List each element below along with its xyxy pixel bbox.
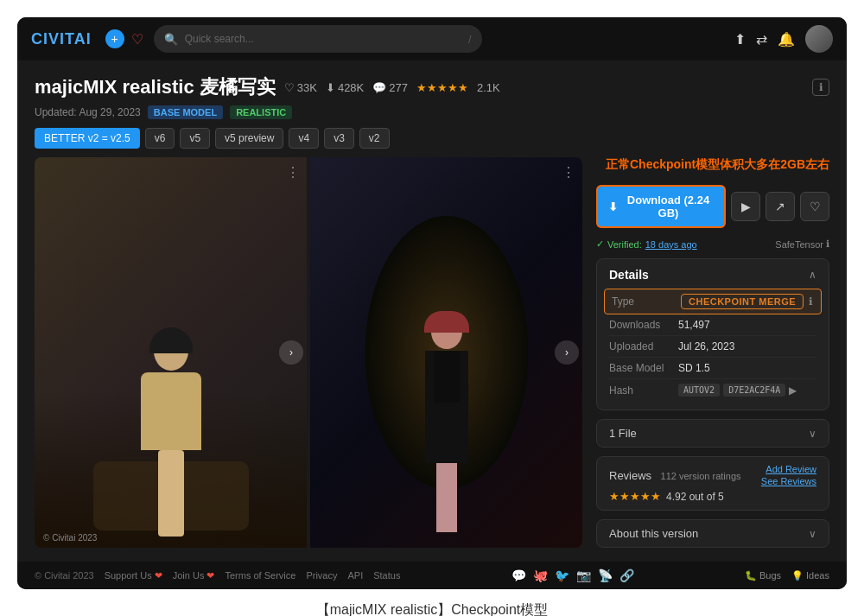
status-link[interactable]: Status bbox=[373, 570, 400, 581]
version-tab-v2[interactable]: v2 bbox=[359, 128, 390, 149]
download-stat-icon: ⬇ bbox=[326, 81, 335, 94]
details-title: Details bbox=[609, 268, 649, 282]
details-section: Details ∧ Type CHECKPOINT MERGE ℹ Downlo… bbox=[596, 258, 829, 410]
downloads-detail-row: Downloads 51,497 bbox=[609, 314, 816, 336]
twitter-icon[interactable]: 🐦 bbox=[555, 568, 569, 582]
discord-icon[interactable]: 💬 bbox=[511, 568, 526, 582]
base-model-badge: BASE MODEL bbox=[148, 105, 223, 119]
base-model-value: SD 1.5 bbox=[678, 362, 710, 374]
likes-stat: ♡ 33K bbox=[284, 81, 317, 94]
verified-link[interactable]: 18 days ago bbox=[645, 239, 697, 250]
heart-icon: ♡ bbox=[810, 200, 821, 213]
comment-stat-icon: 💬 bbox=[372, 81, 386, 94]
share-icon[interactable]: ⇄ bbox=[756, 31, 767, 48]
base-model-label: Base Model bbox=[609, 362, 678, 374]
uploaded-detail-row: Uploaded Jul 26, 2023 bbox=[609, 336, 816, 358]
privacy-link[interactable]: Privacy bbox=[306, 570, 337, 581]
terms-link[interactable]: Terms of Service bbox=[225, 570, 295, 581]
version-tab-v5preview[interactable]: v5 preview bbox=[215, 128, 283, 149]
link-icon[interactable]: 🔗 bbox=[619, 568, 634, 582]
sidebar: 正常Checkpoint模型体积大多在2GB左右 ⬇ Download (2.2… bbox=[596, 157, 829, 548]
bugs-button[interactable]: 🐛 Bugs bbox=[745, 570, 781, 581]
hash-value-row: AUTOV2 D7E2AC2F4A ▶ bbox=[678, 384, 797, 397]
join-link[interactable]: Join Us ❤ bbox=[173, 570, 215, 581]
ideas-button[interactable]: 💡 Ideas bbox=[791, 570, 829, 581]
verified-check-icon: ✓ bbox=[596, 238, 604, 250]
nav-right: ⬆ ⇄ 🔔 bbox=[734, 25, 833, 53]
reviews-info: Reviews 112 version ratings bbox=[609, 467, 741, 483]
share-button[interactable]: ↗ bbox=[766, 192, 795, 221]
version-tab-v6[interactable]: v6 bbox=[145, 128, 175, 149]
main-body: ⋮ bbox=[35, 157, 829, 548]
details-chevron[interactable]: ∧ bbox=[809, 269, 816, 281]
hash-label: Hash bbox=[609, 384, 678, 397]
version-tab-v5[interactable]: v5 bbox=[180, 128, 210, 149]
rating-text: 4.92 out of 5 bbox=[666, 491, 724, 503]
safetensor-label: SafeTensor bbox=[775, 239, 823, 250]
user-avatar[interactable] bbox=[805, 25, 833, 53]
about-chevron[interactable]: ∨ bbox=[809, 528, 816, 540]
annotation-text: 正常Checkpoint模型体积大多在2GB左右 bbox=[606, 157, 829, 173]
about-section[interactable]: About this version ∨ bbox=[596, 519, 829, 548]
gallery-nav-right-2[interactable]: › bbox=[555, 340, 579, 365]
api-link[interactable]: API bbox=[347, 570, 363, 581]
hash-value: D7E2AC2F4A bbox=[723, 384, 785, 397]
rating-row: ★★★★★ 4.92 out of 5 bbox=[609, 490, 816, 503]
gallery-image-1[interactable]: ⋮ bbox=[35, 157, 307, 548]
safetensor-icon: ℹ bbox=[826, 238, 829, 250]
reviews-count: 112 version ratings bbox=[661, 471, 741, 481]
version-tab-v4[interactable]: v4 bbox=[289, 128, 319, 149]
download-button[interactable]: ⬇ Download (2.24 GB) bbox=[596, 185, 726, 228]
caption: 【majicMIX realistic】Checkpoint模型 bbox=[17, 601, 847, 616]
see-reviews-link[interactable]: See Reviews bbox=[761, 476, 816, 486]
gallery-nav-right-1[interactable]: › bbox=[279, 340, 303, 365]
nav-plus-button[interactable]: + bbox=[105, 29, 124, 48]
github-icon[interactable]: 🐙 bbox=[533, 568, 548, 582]
bug-icon: 🐛 bbox=[745, 570, 757, 581]
play-icon: ▶ bbox=[741, 200, 751, 213]
reviews-header: Reviews 112 version ratings Add Review S… bbox=[609, 464, 816, 486]
files-title: 1 File bbox=[609, 427, 637, 440]
idea-icon: 💡 bbox=[791, 570, 804, 581]
type-info-icon[interactable]: ℹ bbox=[809, 295, 813, 308]
info-icon: ℹ bbox=[819, 81, 823, 93]
search-bar[interactable]: 🔍 Quick search... / bbox=[154, 25, 482, 53]
downloads-label: Downloads bbox=[609, 319, 678, 331]
hash-copy-icon[interactable]: ▶ bbox=[789, 384, 797, 397]
gallery-options-2[interactable]: ⋮ bbox=[562, 164, 575, 181]
uploaded-value: Jul 26, 2023 bbox=[678, 340, 734, 352]
upload-icon[interactable]: ⬆ bbox=[734, 31, 746, 48]
files-chevron[interactable]: ∨ bbox=[809, 428, 816, 440]
subtitle-row: Updated: Aug 29, 2023 BASE MODEL REALIST… bbox=[35, 105, 829, 119]
files-section[interactable]: 1 File ∨ bbox=[596, 419, 829, 448]
verified-row: ✓ Verified: 18 days ago SafeTensor ℹ bbox=[596, 238, 829, 250]
downloads-value: 51,497 bbox=[678, 319, 710, 331]
add-review-link[interactable]: Add Review bbox=[766, 464, 816, 474]
search-placeholder: Quick search... bbox=[185, 33, 254, 45]
gallery-image-2[interactable]: ⋮ bbox=[310, 157, 582, 548]
content-area: majicMIX realistic 麦橘写实 ♡ 33K ⬇ 428K 💬 2… bbox=[17, 60, 847, 562]
reviews-section: Reviews 112 version ratings Add Review S… bbox=[596, 456, 829, 511]
bell-icon[interactable]: 🔔 bbox=[778, 31, 795, 48]
download-label: Download (2.24 GB) bbox=[623, 194, 714, 219]
type-value: CHECKPOINT MERGE bbox=[681, 294, 804, 309]
model-info-button[interactable]: ℹ bbox=[812, 79, 829, 96]
heart-button[interactable]: ♡ bbox=[800, 192, 829, 221]
search-icon: 🔍 bbox=[164, 33, 178, 46]
nav-icons-left: + ♡ bbox=[105, 29, 143, 48]
idea-label: Ideas bbox=[806, 570, 829, 581]
stars-display: ★★★★★ bbox=[416, 81, 468, 94]
instagram-icon[interactable]: 📷 bbox=[576, 568, 591, 582]
comments-count: 277 bbox=[389, 81, 408, 94]
footer-actions: 🐛 Bugs 💡 Ideas bbox=[745, 570, 829, 581]
bug-label: Bugs bbox=[759, 570, 781, 581]
version-tab-v3[interactable]: v3 bbox=[324, 128, 354, 149]
nav-heart-icon[interactable]: ♡ bbox=[131, 31, 143, 48]
play-button[interactable]: ▶ bbox=[731, 192, 760, 221]
verified-label: Verified: bbox=[607, 239, 642, 250]
rss-icon[interactable]: 📡 bbox=[598, 568, 613, 582]
title-stats: ♡ 33K ⬇ 428K 💬 277 ★★★★★ 2.1K bbox=[284, 81, 500, 94]
support-link[interactable]: Support Us ❤ bbox=[105, 570, 162, 581]
version-tab-active[interactable]: BETTER v2 = v2.5 bbox=[35, 128, 140, 149]
likes-count: 33K bbox=[297, 81, 317, 94]
